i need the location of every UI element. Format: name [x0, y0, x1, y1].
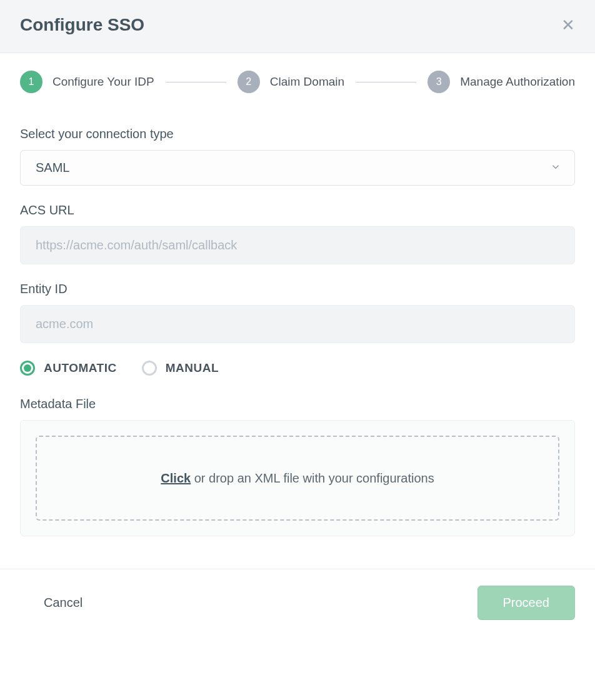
field-acs-url: ACS URL https://acme.com/auth/saml/callb…	[20, 203, 575, 264]
entity-id-label: Entity ID	[20, 282, 575, 296]
radio-icon	[142, 361, 157, 376]
connection-type-label: Select your connection type	[20, 127, 575, 141]
field-entity-id: Entity ID acme.com	[20, 282, 575, 343]
field-metadata-file: Metadata File Click or drop an XML file …	[20, 397, 575, 536]
modal-title: Configure SSO	[20, 15, 144, 35]
acs-url-input[interactable]: https://acme.com/auth/saml/callback	[20, 226, 575, 264]
modal-body: Select your connection type SAML ACS URL…	[0, 93, 595, 536]
radio-manual[interactable]: MANUAL	[142, 361, 219, 376]
cancel-button[interactable]: Cancel	[20, 596, 82, 610]
modal-header: Configure SSO ✕	[0, 0, 595, 53]
dropzone-click-link[interactable]: Click	[161, 471, 191, 485]
metadata-dropzone-inner[interactable]: Click or drop an XML file with your conf…	[36, 436, 559, 521]
radio-icon	[20, 361, 35, 376]
proceed-button[interactable]: Proceed	[478, 586, 576, 620]
step-connector	[166, 82, 226, 82]
wizard-steps: 1 Configure Your IDP 2 Claim Domain 3 Ma…	[0, 53, 595, 93]
radio-automatic[interactable]: AUTOMATIC	[20, 361, 117, 376]
radio-label: MANUAL	[166, 361, 219, 375]
connection-type-value[interactable]: SAML	[20, 150, 575, 186]
step-label: Configure Your IDP	[52, 75, 154, 89]
step-number-badge: 3	[428, 71, 450, 93]
step-number-badge: 1	[20, 71, 42, 93]
mode-radio-group: AUTOMATIC MANUAL	[20, 361, 575, 376]
radio-label: AUTOMATIC	[44, 361, 117, 375]
acs-url-label: ACS URL	[20, 203, 575, 218]
step-number-badge: 2	[238, 71, 260, 93]
metadata-file-label: Metadata File	[20, 397, 575, 411]
modal-footer: Cancel Proceed	[0, 569, 595, 628]
step-label: Manage Authorization	[460, 75, 575, 89]
metadata-dropzone[interactable]: Click or drop an XML file with your conf…	[20, 420, 575, 536]
connection-type-select[interactable]: SAML	[20, 150, 575, 186]
step-claim-domain: 2 Claim Domain	[238, 71, 344, 93]
field-connection-type: Select your connection type SAML	[20, 127, 575, 186]
entity-id-input[interactable]: acme.com	[20, 305, 575, 343]
dropzone-text: or drop an XML file with your configurat…	[191, 471, 434, 485]
step-manage-authorization: 3 Manage Authorization	[428, 71, 575, 93]
close-icon[interactable]: ✕	[561, 17, 575, 33]
step-configure-idp: 1 Configure Your IDP	[20, 71, 154, 93]
step-connector	[356, 82, 416, 82]
step-label: Claim Domain	[270, 75, 344, 89]
